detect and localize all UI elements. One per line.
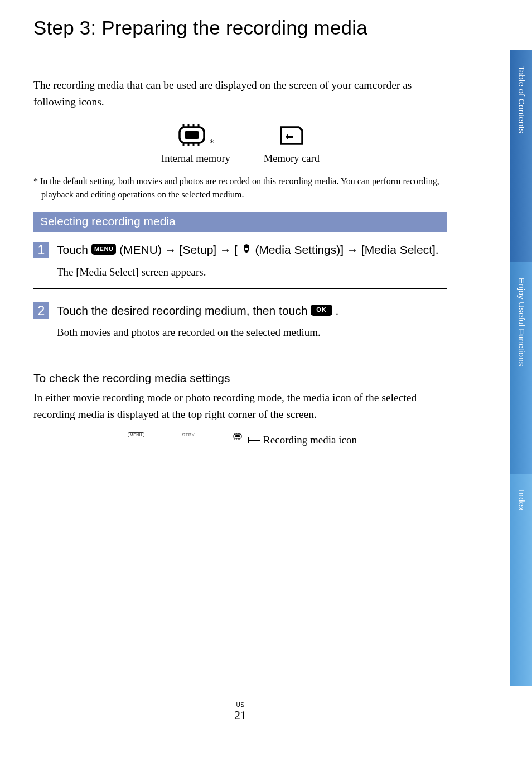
text: . xyxy=(336,304,339,317)
section-heading: Selecting recording media xyxy=(33,212,447,232)
lcd-media-icon xyxy=(233,432,243,440)
page-number: US 21 xyxy=(0,702,481,722)
step-2-instruction: Touch the desired recording medium, then… xyxy=(57,302,447,319)
lcd-stby-label: STBY xyxy=(182,432,195,437)
callout-text: Recording media icon xyxy=(263,434,357,446)
lcd-callout: Recording media icon xyxy=(249,434,357,446)
ok-badge-icon: OK xyxy=(311,305,332,316)
text: (MENU) xyxy=(119,243,165,256)
memory-card-icon xyxy=(278,124,305,149)
internal-memory-label: Internal memory xyxy=(161,153,230,165)
callout-line-icon xyxy=(249,440,260,441)
arrow-icon: → xyxy=(165,244,176,256)
intro-paragraph: The recording media that can be used are… xyxy=(33,77,447,110)
media-icons-row: * Internal memory Memory card xyxy=(33,123,447,165)
text: (Media Settings)] xyxy=(255,243,347,256)
step-2: 2 Touch the desired recording medium, th… xyxy=(33,302,447,349)
memory-card-label: Memory card xyxy=(264,153,320,165)
step-2-sub: Both movies and photos are recorded on t… xyxy=(57,325,447,341)
text: [ xyxy=(234,243,238,256)
arrow-icon: → xyxy=(347,244,358,256)
footnote: * In the default setting, both movies an… xyxy=(33,175,447,200)
lcd-menu-button: MENU xyxy=(128,432,144,437)
check-paragraph: In either movie recording mode or photo … xyxy=(33,389,447,423)
page-num: 21 xyxy=(234,708,246,722)
text: [Media Select]. xyxy=(361,243,439,256)
subheading: To check the recording media settings xyxy=(33,372,447,385)
page-region: US xyxy=(0,702,481,708)
text: Touch xyxy=(57,243,91,256)
lcd-illustration: MENU STBY xyxy=(33,430,447,452)
text: [Setup] xyxy=(180,243,220,256)
step-number: 1 xyxy=(33,242,49,258)
step-1: 1 Touch MENU (MENU) → [Setup] → [ (Media… xyxy=(33,242,447,289)
side-tabs: Table of Contents Enjoy Useful Functions… xyxy=(510,50,532,686)
menu-badge-icon: MENU xyxy=(91,244,116,255)
step-number: 2 xyxy=(33,302,49,319)
page-title: Step 3: Preparing the recording media xyxy=(33,17,447,39)
text: Touch the desired recording medium, then… xyxy=(57,304,311,317)
svg-rect-1 xyxy=(185,131,199,139)
lcd-screen: MENU STBY xyxy=(124,430,246,452)
asterisk: * xyxy=(209,138,214,150)
media-settings-icon xyxy=(241,242,252,258)
tab-index[interactable]: Index xyxy=(510,474,532,686)
arrow-icon: → xyxy=(220,244,231,256)
step-1-instruction: Touch MENU (MENU) → [Setup] → [ (Media S… xyxy=(57,242,447,259)
internal-memory-icon xyxy=(177,123,207,149)
tab-useful-functions[interactable]: Enjoy Useful Functions xyxy=(510,262,532,474)
svg-rect-11 xyxy=(235,435,240,437)
step-1-sub: The [Media Select] screen appears. xyxy=(57,264,447,281)
tab-table-of-contents[interactable]: Table of Contents xyxy=(510,50,532,262)
